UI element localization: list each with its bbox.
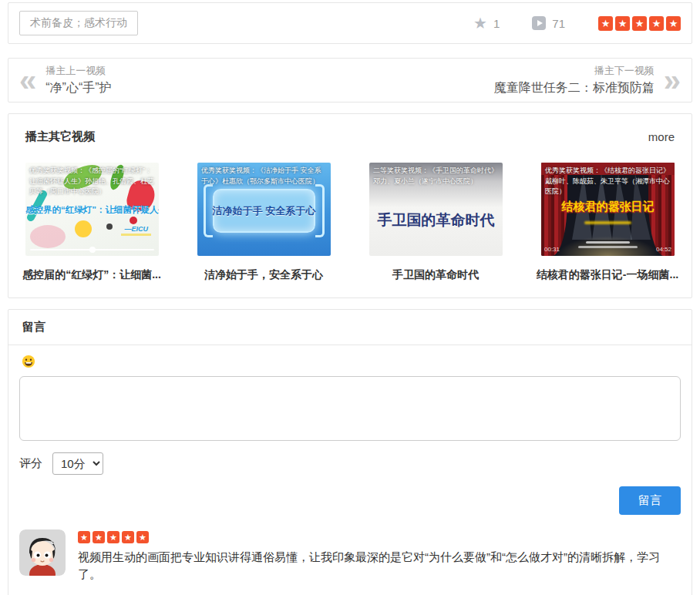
star-icon: ★ (107, 531, 119, 543)
decor-shape (130, 217, 137, 224)
prev-video-link[interactable]: « 播主上一视频 “净”心“手”护 (19, 64, 112, 96)
video-caption[interactable]: 感控届的“红绿灯”：让细菌... (19, 268, 165, 282)
star-icon: ★ (598, 16, 613, 31)
favorite-count: 1 (493, 17, 500, 30)
other-videos-section: 播主其它视频 more 感控界的“红绿灯”：让细菌怀疑人生 —EICU (8, 113, 692, 298)
thumbnail-art-title: 结核君的嚣张日记 (541, 200, 675, 214)
decor-shape (106, 224, 113, 230)
video-grid: 感控界的“红绿灯”：让细菌怀疑人生 —EICU 优秀奖获奖视频：《感控届的“红绿… (25, 163, 675, 282)
chevron-right-icon: » (664, 66, 681, 94)
comment-text: 视频用生动的画面把专业知识讲得通俗易懂，让我印象最深的是它对“为什么要做”和“怎… (78, 549, 681, 583)
video-time-end: 04:52 (656, 246, 671, 253)
video-caption[interactable]: 手卫国的革命时代 (362, 268, 509, 282)
toolbar-stats: ★ 1 71 ★★★★★ (473, 15, 681, 31)
decor-shape: 洁净始于手 安全系于心 (213, 189, 315, 233)
smiley-face-icon (22, 355, 35, 368)
comment-section-title: 留言 (8, 310, 692, 345)
submit-comment-button[interactable]: 留言 (619, 486, 681, 515)
prev-video-title: “净”心“手”护 (45, 80, 111, 96)
video-progress-bar (30, 249, 154, 250)
prev-video-label: 播主上一视频 (45, 64, 111, 78)
thumbnail-overlay-text: 二等奖获奖视频：《手卫国的革命时代》邓力、夏小兰（遂宁市中心医院） (369, 163, 503, 190)
thumbnail-overlay-text: 优秀奖获奖视频：《洁净始于手 安全系于心》杜惠欣（鄂尔多斯市中心医院） (197, 163, 331, 190)
score-select[interactable]: 10分 (52, 452, 103, 475)
comment-section: 留言 评分 10分 留言 (8, 309, 692, 595)
thumbnail-art-title: 感控界的“红绿灯”：让细菌怀疑人生 (25, 204, 159, 216)
next-video-title: 魔童降世任务二：标准预防篇 (494, 80, 655, 96)
video-tag-chip[interactable]: 术前备皮；感术行动 (19, 11, 138, 35)
video-thumbnail-3[interactable]: 手卫国的革命时代 二等奖获奖视频：《手卫国的革命时代》邓力、夏小兰（遂宁市中心医… (369, 163, 503, 256)
video-item-3[interactable]: 手卫国的革命时代 二等奖获奖视频：《手卫国的革命时代》邓力、夏小兰（遂宁市中心医… (369, 163, 503, 282)
thumbnail-art-subtitle: —EICU (121, 225, 151, 236)
comment-form: 评分 10分 留言 (8, 345, 692, 515)
comment-input[interactable] (19, 376, 681, 441)
next-video-label: 播主下一视频 (494, 64, 655, 78)
star-icon: ★ (122, 531, 134, 543)
video-rating-stars: ★★★★★ (596, 16, 681, 31)
thumbnail-overlay-text: 优秀奖获奖视频：《结核君的嚣张日记》戴柳叶、陈靓茹、朱卫平等（湘潭市中心医院） (541, 163, 675, 200)
video-item-2[interactable]: 洁净始于手 安全系于心 优秀奖获奖视频：《洁净始于手 安全系于心》杜惠欣（鄂尔多… (197, 163, 331, 282)
video-thumbnail-1[interactable]: 感控界的“红绿灯”：让细菌怀疑人生 —EICU 优秀奖获奖视频：《感控届的“红绿… (25, 163, 159, 256)
star-icon: ★ (93, 531, 105, 543)
decor-shape (584, 221, 631, 224)
star-icon: ★ (78, 531, 90, 543)
next-video-link[interactable]: 播主下一视频 魔童降世任务二：标准预防篇 » (494, 64, 681, 96)
play-count-icon (532, 16, 546, 30)
decor-shape (30, 225, 66, 248)
star-icon: ★ (632, 16, 647, 31)
favorite-star-icon[interactable]: ★ (473, 15, 487, 31)
star-icon: ★ (666, 16, 681, 31)
comment-row: ★★★★★ 视频用生动的画面把专业知识讲得通俗易懂，让我印象最深的是它对“为什么… (8, 529, 692, 583)
avatar-image (19, 529, 66, 576)
play-count: 71 (552, 17, 565, 30)
more-link[interactable]: more (648, 130, 675, 143)
video-caption[interactable]: 结核君的嚣张日记-一场细菌... (534, 268, 681, 282)
emoji-picker-button[interactable] (22, 355, 35, 368)
thumbnail-art-title: 洁净始于手 安全系于心 (213, 204, 316, 218)
score-label: 评分 (19, 456, 42, 471)
thumbnail-art-title: 手卫国的革命时代 (369, 210, 503, 230)
decor-shape (315, 184, 325, 237)
decor-shape (586, 241, 630, 244)
decor-shape (578, 246, 638, 248)
star-icon: ★ (649, 16, 664, 31)
avatar (19, 529, 66, 576)
decor-shape (204, 184, 213, 237)
comment-rating-stars: ★★★★★ (78, 531, 681, 543)
video-thumbnail-2[interactable]: 洁净始于手 安全系于心 优秀奖获奖视频：《洁净始于手 安全系于心》杜惠欣（鄂尔多… (197, 163, 331, 256)
video-item-4[interactable]: 结核君的嚣张日记 00:31 04:52 优秀奖获奖视频：《结核君的嚣张日记》戴… (541, 163, 675, 282)
video-thumbnail-4[interactable]: 结核君的嚣张日记 00:31 04:52 优秀奖获奖视频：《结核君的嚣张日记》戴… (541, 163, 675, 256)
star-icon: ★ (136, 531, 149, 543)
other-videos-title: 播主其它视频 (25, 129, 95, 144)
chevron-left-icon: « (19, 66, 36, 94)
star-icon: ★ (615, 16, 630, 31)
video-time-start: 00:31 (544, 246, 560, 253)
video-nav: « 播主上一视频 “净”心“手”护 播主下一视频 魔童降世任务二：标准预防篇 » (8, 58, 692, 103)
decor-shape (75, 220, 92, 237)
video-toolbar: 术前备皮；感术行动 ★ 1 71 ★★★★★ (8, 2, 692, 44)
video-item-1[interactable]: 感控界的“红绿灯”：让细菌怀疑人生 —EICU 优秀奖获奖视频：《感控届的“红绿… (25, 163, 159, 282)
thumbnail-overlay-text: 优秀奖获奖视频：《感控届的“红绿灯”：让细菌怀疑人生》孙超艳、孔倩霞、杜艺贝等（… (25, 163, 159, 200)
video-caption[interactable]: 洁净始于手，安全系于心 (190, 268, 337, 282)
